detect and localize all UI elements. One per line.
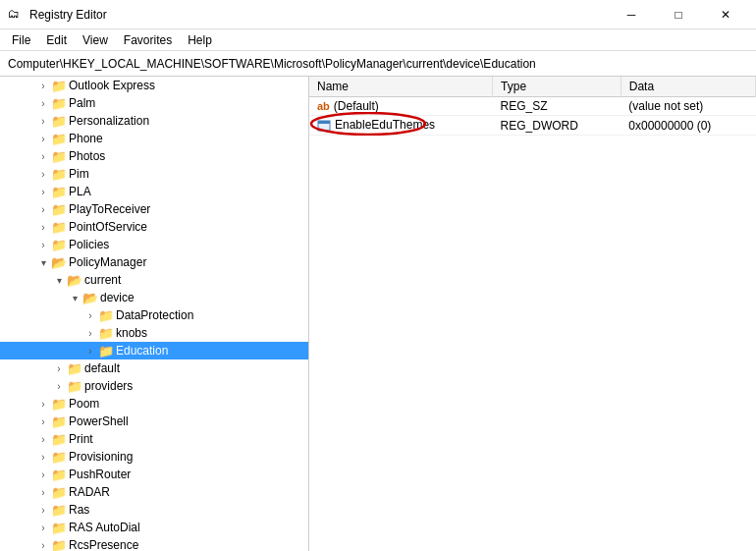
- expander-device[interactable]: ▾: [67, 293, 82, 303]
- col-type[interactable]: Type: [493, 77, 621, 97]
- expander-pla[interactable]: ›: [35, 187, 51, 197]
- cell-type-enableeduthemes-row: REG_DWORD: [493, 116, 621, 136]
- expander-policymanager[interactable]: ▾: [35, 257, 51, 268]
- table-row-default-row[interactable]: ab(Default)REG_SZ(value not set): [309, 97, 756, 116]
- tree-node-ras[interactable]: ›📁Ras: [0, 501, 308, 519]
- tree-node-default[interactable]: ›📁default: [0, 359, 308, 377]
- col-data[interactable]: Data: [621, 77, 755, 97]
- expander-current[interactable]: ▾: [51, 275, 67, 286]
- folder-icon-photos: 📁: [51, 149, 67, 164]
- address-bar: Computer\HKEY_LOCAL_MACHINE\SOFTWARE\Mic…: [0, 51, 756, 77]
- tree-node-pushrouter[interactable]: ›📁PushRouter: [0, 466, 308, 483]
- folder-icon-rasautodial: 📁: [51, 521, 67, 535]
- tree-node-dataprotection[interactable]: ›📁DataProtection: [0, 306, 308, 324]
- tree-node-pla[interactable]: ›📁PLA: [0, 183, 308, 200]
- tree-label-pushrouter: PushRouter: [69, 468, 131, 481]
- tree-node-powershell[interactable]: ›📁PowerShell: [0, 413, 308, 430]
- menu-item-view[interactable]: View: [75, 31, 116, 49]
- tree-node-device[interactable]: ▾📂device: [0, 289, 308, 306]
- tree-node-rcspresence[interactable]: ›📁RcsPresence: [0, 536, 308, 551]
- col-name[interactable]: Name: [309, 77, 493, 97]
- expander-palm[interactable]: ›: [35, 98, 51, 109]
- tree-node-photos[interactable]: ›📁Photos: [0, 147, 308, 165]
- tree-node-education[interactable]: ›📁Education: [0, 342, 308, 359]
- cell-name-enableeduthemes-row: EnableEduThemes: [309, 116, 493, 136]
- expander-phone[interactable]: ›: [35, 134, 51, 144]
- title-bar-left: 🗂 Registry Editor: [8, 7, 107, 23]
- tree-node-current[interactable]: ▾📂current: [0, 271, 308, 289]
- expander-personalization[interactable]: ›: [35, 116, 51, 127]
- value-type-icon-enableeduthemes-row: [317, 119, 331, 131]
- tree-label-device: device: [100, 291, 135, 304]
- expander-rcspresence[interactable]: ›: [35, 540, 51, 551]
- tree-node-provisioning[interactable]: ›📁Provisioning: [0, 448, 308, 466]
- expander-pushrouter[interactable]: ›: [35, 469, 51, 480]
- expander-outlook[interactable]: ›: [35, 81, 51, 91]
- tree-node-outlook[interactable]: ›📁Outlook Express: [0, 77, 308, 94]
- expander-default[interactable]: ›: [51, 363, 67, 374]
- tree-node-policies[interactable]: ›📁Policies: [0, 236, 308, 253]
- menu-item-favorites[interactable]: Favorites: [116, 31, 180, 49]
- cell-data-default-row: (value not set): [621, 97, 755, 116]
- folder-icon-radar: 📁: [51, 485, 67, 500]
- tree-node-knobs[interactable]: ›📁knobs: [0, 324, 308, 342]
- tree-node-phone[interactable]: ›📁Phone: [0, 130, 308, 147]
- tree-label-dataprotection: DataProtection: [116, 308, 193, 322]
- expander-knobs[interactable]: ›: [82, 328, 98, 339]
- tree-node-pim[interactable]: ›📁Pim: [0, 165, 308, 183]
- expander-pim[interactable]: ›: [35, 169, 51, 180]
- expander-powershell[interactable]: ›: [35, 416, 51, 427]
- tree-node-palm[interactable]: ›📁Palm: [0, 94, 308, 112]
- maximize-button[interactable]: □: [656, 0, 701, 29]
- tree-node-print[interactable]: ›📁Print: [0, 430, 308, 448]
- expander-radar[interactable]: ›: [35, 487, 51, 498]
- tree-node-playtoreceiver[interactable]: ›📁PlayToReceiver: [0, 200, 308, 218]
- expander-providers[interactable]: ›: [51, 381, 67, 392]
- registry-tree[interactable]: ›📁Outlook Express›📁Palm›📁Personalization…: [0, 77, 309, 551]
- tree-node-pointofservice[interactable]: ›📁PointOfService: [0, 218, 308, 236]
- folder-icon-playtoreceiver: 📁: [51, 202, 67, 217]
- expander-dataprotection[interactable]: ›: [82, 310, 98, 321]
- close-button[interactable]: ✕: [703, 0, 748, 29]
- expander-photos[interactable]: ›: [35, 151, 51, 162]
- expander-print[interactable]: ›: [35, 434, 51, 445]
- tree-label-phone: Phone: [69, 132, 103, 145]
- tree-node-poom[interactable]: ›📁Poom: [0, 395, 308, 413]
- folder-icon-provisioning: 📁: [51, 450, 67, 465]
- tree-label-personalization: Personalization: [69, 114, 149, 128]
- expander-education[interactable]: ›: [82, 346, 98, 357]
- expander-pointofservice[interactable]: ›: [35, 222, 51, 233]
- menu-item-help[interactable]: Help: [180, 31, 220, 49]
- app-title: Registry Editor: [29, 8, 107, 22]
- folder-icon-pushrouter: 📁: [51, 468, 67, 482]
- menu-item-edit[interactable]: Edit: [38, 31, 75, 49]
- tree-node-personalization[interactable]: ›📁Personalization: [0, 112, 308, 130]
- expander-provisioning[interactable]: ›: [35, 452, 51, 463]
- folder-icon-policies: 📁: [51, 238, 67, 252]
- tree-label-default: default: [84, 361, 120, 375]
- expander-poom[interactable]: ›: [35, 399, 51, 410]
- window-controls: ─ □ ✕: [609, 0, 748, 29]
- menu-item-file[interactable]: File: [4, 31, 38, 49]
- tree-node-providers[interactable]: ›📁providers: [0, 377, 308, 395]
- minimize-button[interactable]: ─: [609, 0, 654, 29]
- tree-label-print: Print: [69, 432, 93, 446]
- tree-label-knobs: knobs: [116, 326, 147, 340]
- expander-playtoreceiver[interactable]: ›: [35, 204, 51, 215]
- tree-label-policies: Policies: [69, 238, 109, 251]
- tree-node-policymanager[interactable]: ▾📂PolicyManager: [0, 253, 308, 271]
- expander-rasautodial[interactable]: ›: [35, 523, 51, 533]
- tree-node-radar[interactable]: ›📁RADAR: [0, 483, 308, 501]
- tree-node-rasautodial[interactable]: ›📁RAS AutoDial: [0, 519, 308, 536]
- folder-icon-poom: 📁: [51, 397, 67, 412]
- expander-policies[interactable]: ›: [35, 240, 51, 250]
- menu-bar: FileEditViewFavoritesHelp: [0, 29, 756, 51]
- expander-ras[interactable]: ›: [35, 505, 51, 516]
- cell-type-default-row: REG_SZ: [493, 97, 621, 116]
- table-row-enableeduthemes-row[interactable]: EnableEduThemesREG_DWORD0x00000000 (0): [309, 116, 756, 136]
- registry-values-table: Name Type Data ab(Default)REG_SZ(value n…: [309, 77, 756, 136]
- tree-label-pim: Pim: [69, 167, 89, 181]
- folder-icon-education: 📁: [98, 344, 114, 358]
- tree-label-radar: RADAR: [69, 485, 110, 499]
- app-icon: 🗂: [8, 7, 24, 23]
